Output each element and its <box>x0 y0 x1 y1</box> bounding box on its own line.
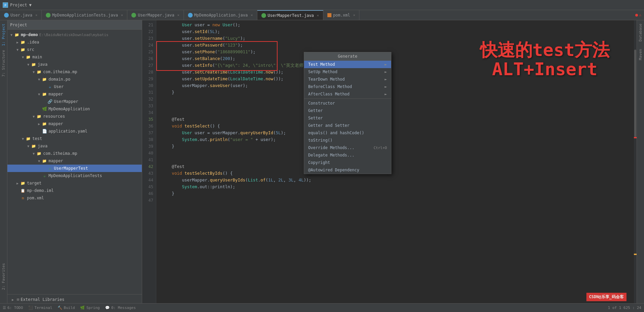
tab-usermapper[interactable]: UserMapper.java ✕ <box>127 10 184 20</box>
messages-label: 0: Messages <box>111 306 136 310</box>
tree-item-java-main[interactable]: ▼ 📁 java <box>7 61 142 68</box>
vert-tab-favorites[interactable]: 2: Favorites <box>0 261 7 292</box>
external-libraries-icon: ⊞ <box>17 297 19 302</box>
tree-item-java-test[interactable]: ▼ 📁 java <box>7 142 142 150</box>
context-menu-item-setup[interactable]: SetUp Method ► <box>304 68 391 76</box>
menu-item-label: Constructor <box>308 101 387 106</box>
context-menu-item-delegate[interactable]: Delegate Methods... <box>304 151 391 159</box>
bottom-todo[interactable]: ☰ 6: TODO <box>3 306 23 310</box>
project-label[interactable]: Project <box>10 3 27 7</box>
error-indicator: ⚠ <box>633 10 644 20</box>
context-menu-item-constructor[interactable]: Constructor <box>304 100 391 107</box>
tab-icon <box>131 13 136 18</box>
tree-area[interactable]: ▼ 📁 mp-demo E:\BaiduNetdiskDownload\myba… <box>7 30 142 294</box>
tab-close-icon[interactable]: ✕ <box>35 13 37 17</box>
tab-pom[interactable]: pom.xml ✕ <box>323 10 360 20</box>
context-menu-item-afterclass[interactable]: AfterClass Method ► <box>304 90 391 98</box>
context-menu-item-getter-setter[interactable]: Getter and Setter <box>304 122 391 129</box>
menu-item-arrow: ► <box>385 92 387 96</box>
left-vert-tabs: 1: Project 7: Structure 2: Favorites <box>0 20 7 312</box>
menu-item-arrow: ► <box>385 69 387 74</box>
tree-item-usermappertest[interactable]: ☕ UserMapperTest <box>7 165 142 172</box>
watermark: CSDN@乐享_码会客 <box>586 293 626 301</box>
tab-close-icon[interactable]: ✕ <box>353 13 355 17</box>
menu-item-shortcut: Ctrl+O <box>374 146 387 150</box>
context-menu-item-test-method[interactable]: Test Method ► <box>304 61 391 68</box>
tab-close-icon[interactable]: ✕ <box>251 13 253 17</box>
context-menu-item-setter[interactable]: Setter <box>304 114 391 122</box>
tree-item-mpdemo-app[interactable]: 🌿 MpDemoApplication <box>7 105 142 113</box>
context-menu-item-override[interactable]: Override Methods... Ctrl+O <box>304 144 391 151</box>
tab-usermapper-test[interactable]: UserMapperTest.java ✕ <box>257 10 323 20</box>
tab-close-icon[interactable]: ✕ <box>178 13 180 17</box>
tab-icon <box>46 13 51 18</box>
context-menu-item-equals[interactable]: equals() and hashCode() <box>304 129 391 137</box>
tree-item-idea[interactable]: ▶ 📁 .idea <box>7 38 142 46</box>
vert-tab-structure[interactable]: 7: Structure <box>0 48 7 79</box>
tree-item-domain[interactable]: ▼ 📁 domain.po <box>7 76 142 83</box>
tab-close-icon[interactable]: ✕ <box>121 13 123 17</box>
tab-label: MpDemoApplicationTests.java <box>52 13 118 18</box>
menu-item-arrow: ► <box>385 77 387 82</box>
context-menu-item-copyright[interactable]: Copyright <box>304 159 391 166</box>
menu-item-label: Getter and Setter <box>308 123 387 128</box>
bottom-messages[interactable]: 💬 0: Messages <box>105 306 136 310</box>
tree-item-mapper-res[interactable]: ▶ 📁 mapper <box>7 120 142 127</box>
tree-item-test[interactable]: ▼ 📁 test <box>7 135 142 142</box>
context-menu-item-teardown[interactable]: TearDown Method ► <box>304 76 391 83</box>
menu-item-label: Delegate Methods... <box>308 153 387 158</box>
status-text: 1 of 1 625 : 24 <box>608 306 641 310</box>
tree-item-iml[interactable]: 📋 mp-demo.iml <box>7 187 142 194</box>
tree-item-target[interactable]: ▶ 📁 target <box>7 179 142 187</box>
context-menu-item-autowired[interactable]: @Autowired Dependency <box>304 166 391 174</box>
project-icon: P <box>3 2 8 8</box>
watermark-text: CSDN@乐享_码会客 <box>589 294 624 299</box>
build-icon: 🔨 <box>58 306 62 310</box>
top-bar-left: P Project ▼ <box>3 2 32 8</box>
menu-item-label: Getter <box>308 108 387 113</box>
right-panel-database[interactable]: Database <box>637 22 644 44</box>
tab-label: User.java <box>10 13 32 18</box>
tab-label: UserMapperTest.java <box>268 13 314 18</box>
tab-close-icon[interactable]: ✕ <box>317 13 319 17</box>
tree-item-com-itheima[interactable]: ▼ 📁 com.itheima.mp <box>7 68 142 76</box>
external-libraries-label: External Libraries <box>21 297 64 302</box>
tree-item-usermapper[interactable]: 🔗 UserMapper <box>7 98 142 105</box>
build-label: Build <box>64 306 75 310</box>
right-panels: Database Maven <box>637 20 644 312</box>
tree-item-pom[interactable]: m pom.xml <box>7 194 142 202</box>
external-libraries-item[interactable]: ▶ ⊞ External Libraries <box>7 296 142 303</box>
project-dropdown-icon[interactable]: ▼ <box>29 3 32 7</box>
tab-icon <box>188 13 193 18</box>
menu-item-label: SetUp Method <box>308 69 383 74</box>
tree-item-yaml[interactable]: 📄 application.yaml <box>7 127 142 135</box>
scroll-indicator <box>634 20 637 312</box>
tree-item-mpdemo[interactable]: ▼ 📁 mp-demo E:\BaiduNetdiskDownload\myba… <box>7 31 142 38</box>
bottom-build[interactable]: 🔨 Build <box>58 306 75 310</box>
tree-item-mpdemo-app-tests[interactable]: ☕ MpDemoApplicationTests <box>7 172 142 179</box>
bottom-bar: ☰ 6: TODO ⬛ Terminal 🔨 Build 🌿 Spring 💬 … <box>0 303 644 312</box>
tab-mpdemo-tests[interactable]: MpDemoApplicationTests.java ✕ <box>42 10 127 20</box>
tab-icon <box>327 13 331 17</box>
tree-item-resources[interactable]: ▼ 📁 resources <box>7 113 142 120</box>
context-menu-item-getter[interactable]: Getter <box>304 107 391 114</box>
vert-tab-project[interactable]: 1: Project <box>0 22 7 48</box>
code-content: User user = new User(); user.setId(5L); … <box>156 20 637 312</box>
context-menu-item-tostring[interactable]: toString() <box>304 137 391 144</box>
tree-item-src[interactable]: ▼ 📁 src <box>7 46 142 53</box>
tree-item-com-itheima-test[interactable]: ▼ 📁 com.itheima.mp <box>7 150 142 157</box>
tree-item-mapper-main[interactable]: ▼ 📁 mapper <box>7 90 142 98</box>
tree-item-user[interactable]: ☕ User <box>7 83 142 90</box>
right-panel-maven[interactable]: Maven <box>637 47 644 62</box>
menu-item-label: equals() and hashCode() <box>308 131 387 135</box>
terminal-label: Terminal <box>34 306 52 310</box>
tab-mpdemo-app[interactable]: MpDemoApplication.java ✕ <box>184 10 257 20</box>
tab-label: MpDemoApplication.java <box>194 13 248 18</box>
bottom-spring[interactable]: 🌿 Spring <box>80 306 100 310</box>
context-menu-item-beforeclass[interactable]: BeforeClass Method ► <box>304 83 391 90</box>
tab-user-java[interactable]: User.java ✕ <box>0 10 42 20</box>
bottom-terminal[interactable]: ⬛ Terminal <box>28 306 52 310</box>
tree-item-mapper-test-folder[interactable]: ▼ 📁 mapper <box>7 157 142 165</box>
tree-item-main[interactable]: ▼ 📁 main <box>7 53 142 61</box>
tabs-bar: User.java ✕ MpDemoApplicationTests.java … <box>0 10 644 20</box>
